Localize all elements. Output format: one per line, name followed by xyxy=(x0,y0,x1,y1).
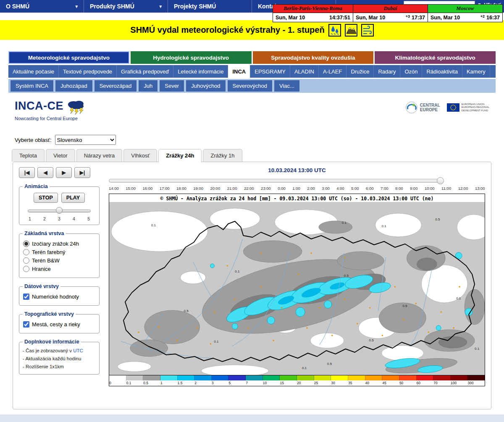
contour-label: 0.5 xyxy=(435,218,440,221)
subnav-textov-predpovede[interactable]: Textové predpovede xyxy=(59,65,117,78)
radio-option-ter-n-b-w[interactable]: Terén B&W xyxy=(23,257,95,264)
step-forward-button[interactable]: ▶ xyxy=(56,167,72,178)
sub-navigation: Aktuálne počasieTextové predpovedeGrafic… xyxy=(8,65,496,78)
legend-color-cell xyxy=(417,375,434,380)
footer xyxy=(0,414,504,422)
time-slider-handle[interactable] xyxy=(437,177,444,184)
regionnav-juh[interactable]: Juh xyxy=(139,80,158,92)
time-slider[interactable] xyxy=(109,177,485,185)
time-ticks: 14:0015:0016:0017:0018:0019:0020:0021:00… xyxy=(109,186,485,191)
skip-end-button[interactable]: ▶| xyxy=(74,167,90,178)
subnav-radary[interactable]: Radary xyxy=(374,65,400,78)
regionnav-severoz-pad[interactable]: Severozápad xyxy=(94,80,137,92)
regionnav-syst-m-inca[interactable]: Systém INCA xyxy=(10,80,53,92)
checkbox-option-numerick-hodnoty[interactable]: Numerické hodnoty xyxy=(23,294,95,300)
nav-item-projekty-shm[interactable]: Projekty SHMÚ xyxy=(168,0,252,13)
nav-item-produkty-shm[interactable]: Produkty SHMÚ▾ xyxy=(84,0,168,13)
time-tick: 15:00 xyxy=(126,186,136,191)
time-tick: 4:00 xyxy=(336,186,344,191)
regionnav-juhoz-pad[interactable]: Juhozápad xyxy=(55,80,92,92)
legend-color-cell xyxy=(228,375,246,380)
legend-tick-label: 3 xyxy=(212,381,229,385)
radio-option-hranice[interactable]: Hranice xyxy=(23,266,95,272)
checkbox-input[interactable] xyxy=(23,294,29,300)
regionnav-viac[interactable]: Viac... xyxy=(274,80,299,92)
tab-meteorologick-spravodajstvo[interactable]: Meteorologické spravodajstvo xyxy=(8,51,129,64)
animation-controls: Animácia STOP PLAY 12345 xyxy=(19,183,100,225)
clock-zone-berlin-paris-vienna-roma: Berlin-Paris-Vienna-RomaSun, Mar 1014:37… xyxy=(273,5,353,22)
viewtab-vlhkos[interactable]: Vlhkosť xyxy=(123,149,157,162)
contour-label: 0.5 xyxy=(344,274,349,278)
viewtab-teplota[interactable]: Teplota xyxy=(12,149,45,162)
rain-warning-icon[interactable] xyxy=(328,24,341,37)
time-tick: 19:00 xyxy=(193,186,203,191)
regionnav-severov-chod[interactable]: Severovýchod xyxy=(228,80,272,92)
subnav-aladin[interactable]: ALADIN xyxy=(290,65,319,78)
time-tick: 8:00 xyxy=(395,186,403,191)
avalanche-warning-icon[interactable] xyxy=(345,24,357,37)
contour-label: 0.1 xyxy=(214,340,219,343)
subnav-aktu-lne-po-asie[interactable]: Aktuálne počasie xyxy=(8,65,59,78)
subnav-grafick-predpove[interactable]: Grafická predpoveď xyxy=(117,65,173,78)
legend-color-cell xyxy=(160,375,178,380)
alert-text: SHMÚ vydal meteorologické výstrahy - 1. … xyxy=(130,25,324,35)
play-button[interactable]: PLAY xyxy=(61,193,85,203)
stop-button[interactable]: STOP xyxy=(34,193,58,203)
clock-zone-moscow: MoscowSun, Mar 10+216:37 xyxy=(428,5,502,22)
clock-time: 14:37:51 xyxy=(329,15,350,21)
subnav-epsgramy[interactable]: EPSGRAMY xyxy=(250,65,290,78)
radio-input[interactable] xyxy=(23,257,29,264)
utc-link[interactable]: UTC xyxy=(73,348,83,353)
viewtab-n-razy-vetra[interactable]: Nárazy vetra xyxy=(76,149,123,162)
tab-hydrologick-spravodajstvo[interactable]: Hydrologické spravodajstvo xyxy=(131,51,252,64)
regionnav-juhov-chod[interactable]: Juhovýchod xyxy=(186,80,225,92)
step-back-button[interactable]: ◀ xyxy=(37,167,53,178)
radio-input[interactable] xyxy=(23,249,29,255)
control-column: |◀◀▶▶| Animácia STOP PLAY 12345 Základná… xyxy=(19,167,100,404)
legend-tick-label: 20 xyxy=(297,381,314,385)
subnav-leteck-inform-cie[interactable]: Letecké informácie xyxy=(173,65,228,78)
legend-tick-label: 7 xyxy=(246,381,263,385)
legend-color-cell xyxy=(126,375,144,380)
viewtab-zr-ky-1h[interactable]: Zrážky 1h xyxy=(203,149,242,162)
map-canvas[interactable]: 0.10.10.10.50.10.50.50.10.50.50.10.10.50… xyxy=(109,202,485,375)
radio-option-izo-iary-zr-ok-24h[interactable]: Izočiary zrážok 24h xyxy=(23,241,95,247)
tab-spravodajstvo-kvality-ovzdu-ia[interactable]: Spravodajstvo kvality ovzdušia xyxy=(253,51,374,64)
contour-label: 0.5 xyxy=(369,338,374,342)
checkbox-option-mest-cesty-a-rieky[interactable]: Mestá, cesty a rieky xyxy=(23,321,95,328)
subnav-r-dioaktivita[interactable]: Rádioaktivita xyxy=(422,65,462,78)
speed-slider-handle[interactable] xyxy=(56,207,63,214)
weather-alert-banner: SHMÚ vydal meteorologické výstrahy - 1. … xyxy=(0,20,504,40)
radio-option-ter-n-farebn[interactable]: Terén farebný xyxy=(23,249,95,255)
base-layer-group: Základná vrstva Izočiary zrážok 24hTerén… xyxy=(19,231,100,278)
clock-time: +317:37 xyxy=(406,15,425,21)
map-column: 10.03.2024 13:00 UTC 14:0015:0016:0017:0… xyxy=(109,167,485,404)
skip-start-button[interactable]: |◀ xyxy=(19,167,35,178)
area-select[interactable]: Slovensko xyxy=(55,135,116,145)
central-europe-label-2: EUROPE xyxy=(420,107,440,112)
speed-slider[interactable] xyxy=(28,207,91,215)
clock-time: +216:37 xyxy=(480,15,500,21)
checkbox-input[interactable] xyxy=(23,321,29,328)
viewtab-vietor[interactable]: Vietor xyxy=(46,149,75,162)
subnav-oz-n[interactable]: Ozón xyxy=(400,65,422,78)
subnav-kamery[interactable]: Kamery xyxy=(462,65,490,78)
legend-color-cell xyxy=(314,375,331,380)
legend-color-cell xyxy=(178,375,195,380)
radio-label: Terén farebný xyxy=(32,249,66,255)
time-tick: 21:00 xyxy=(227,186,237,191)
radio-label: Izočiary zrážok 24h xyxy=(32,241,79,247)
tab-klimatologick-spravodajstvo[interactable]: Klimatologické spravodajstvo xyxy=(375,51,496,64)
radio-input[interactable] xyxy=(23,266,29,272)
radio-input[interactable] xyxy=(23,241,29,247)
subnav-dru-ice[interactable]: Družice xyxy=(346,65,374,78)
viewtab-zr-ky-24h[interactable]: Zrážky 24h xyxy=(158,149,202,163)
wind-warning-icon[interactable] xyxy=(361,24,374,37)
checkbox-label: Numerické hodnoty xyxy=(32,294,79,300)
subnav-inca[interactable]: INCA xyxy=(228,65,250,78)
nav-item-o-shm[interactable]: O SHMÚ▾ xyxy=(0,0,84,13)
subnav-a-laef[interactable]: A-LAEF xyxy=(319,65,347,78)
chevron-down-icon: ▾ xyxy=(75,4,78,9)
clock-city-label: Dubai xyxy=(353,5,428,13)
regionnav-sever[interactable]: Sever xyxy=(160,80,184,92)
